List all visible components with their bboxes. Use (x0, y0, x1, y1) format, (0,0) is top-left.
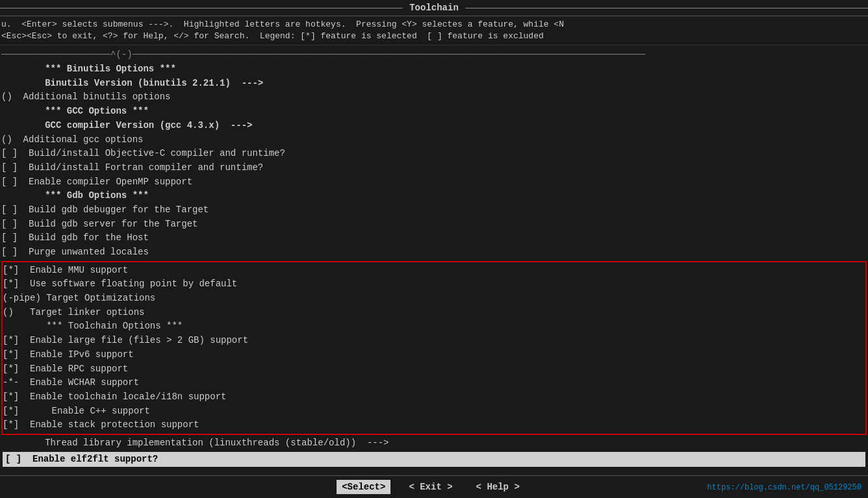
list-item: Binutils Version (binutils 2.21.1) ---> (1, 77, 867, 91)
separator-line: ────────────────────^(-)────────────────… (1, 48, 867, 62)
list-item: *** Binutils Options *** (1, 62, 867, 77)
list-item: [ ] Enable compiler OpenMP support (1, 175, 867, 190)
list-item: [*] Enable C++ support (3, 405, 865, 419)
select-button[interactable]: <Select> (337, 480, 390, 494)
list-item: Thread library implementation (linuxthre… (1, 436, 867, 451)
after-highlight-items: Thread library implementation (linuxthre… (1, 436, 867, 451)
list-item: [ ] Build/install Fortran compiler and r… (1, 161, 867, 175)
list-item: [ ] Build gdb debugger for the Target (1, 203, 867, 218)
list-item: GCC compiler Version (gcc 4.3.x) ---> (1, 119, 867, 133)
list-item: [*] Enable IPv6 support (3, 348, 865, 362)
list-item: (-pipe) Target Optimizations (3, 292, 865, 306)
list-item: -*- Enable WCHAR support (3, 376, 865, 390)
title-bar: Toolchain (0, 0, 868, 16)
list-item: [*] Enable MMU support (3, 264, 865, 278)
list-item: [ ] Purge unwanted locales (1, 245, 867, 260)
list-item: [*] Enable stack protection support (3, 418, 865, 432)
list-item: [ ] Build/install Objective-C compiler a… (1, 147, 867, 161)
header-line1: u. <Enter> selects submenus --->. Highli… (1, 19, 867, 31)
list-item: () Additional gcc options (1, 133, 867, 147)
menu-list: ────────────────────^(-)────────────────… (0, 48, 868, 467)
list-item: [*] Enable toolchain locale/i18n support (3, 390, 865, 405)
main-content: ────────────────────^(-)────────────────… (0, 45, 868, 475)
exit-button[interactable]: < Exit > (403, 480, 457, 494)
list-item: [*] Use software floating point by defau… (3, 277, 865, 292)
list-item: () Additional binutils options (1, 90, 867, 105)
highlighted-items: [*] Enable MMU support[*] Use software f… (3, 264, 865, 432)
header-info: u. <Enter> selects submenus --->. Highli… (0, 16, 868, 45)
header-line2: <Esc><Esc> to exit, <?> for Help, </> fo… (1, 31, 867, 42)
regular-menu-items: *** Binutils Options *** Binutils Versio… (1, 62, 867, 260)
list-item: *** GCC Options *** (1, 105, 867, 119)
footer-bar: <Select> < Exit > < Help > https://blog.… (0, 475, 868, 498)
list-item: [ ] Build gdb for the Host (1, 231, 867, 245)
list-item: [*] Enable RPC support (3, 362, 865, 377)
help-button[interactable]: < Help > (471, 480, 525, 494)
list-item: *** Toolchain Options *** (3, 319, 865, 334)
list-item: [*] Enable large file (files > 2 GB) sup… (3, 334, 865, 348)
highlighted-section: [*] Enable MMU support[*] Use software f… (1, 261, 867, 435)
url-link[interactable]: https://blog.csdn.net/qq_05129250 (707, 483, 862, 492)
list-item: [ ] Build gdb server for the Target (1, 218, 867, 232)
selected-bottom-item[interactable]: [ ] Enable elf2flt support? (3, 452, 865, 467)
window-title: Toolchain (403, 3, 465, 13)
list-item: *** Gdb Options *** (1, 189, 867, 203)
list-item: () Target linker options (3, 306, 865, 320)
